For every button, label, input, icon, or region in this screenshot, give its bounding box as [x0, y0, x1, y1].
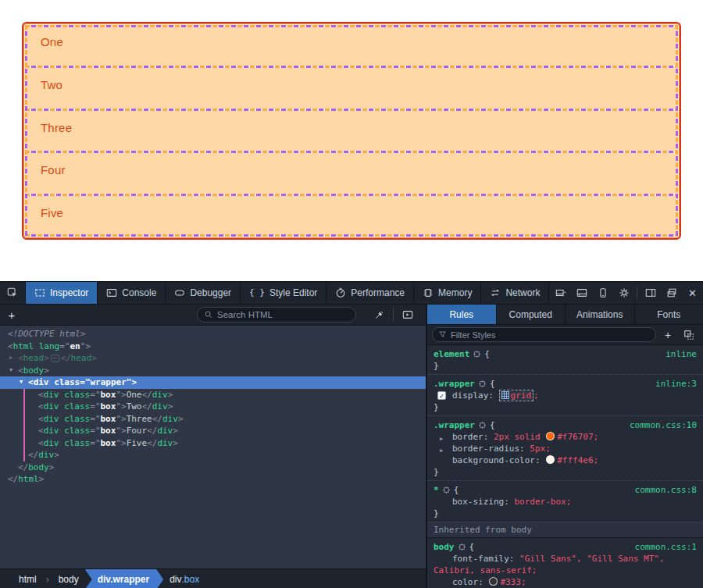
selector-target-icon[interactable]: [478, 421, 487, 429]
markup-line[interactable]: <div class="box">Four</div>: [0, 425, 426, 437]
box-element: One: [25, 25, 678, 66]
css-rule: body{common.css:1font-family: "Gill Sans…: [427, 538, 703, 588]
markup-line[interactable]: <div class="box">Two</div>: [0, 401, 426, 413]
markup-line[interactable]: <html lang="en">: [0, 340, 426, 353]
tab-performance[interactable]: Performance: [327, 282, 414, 304]
breadcrumb-item-body[interactable]: body: [51, 569, 87, 588]
rule-selector[interactable]: .wrapper: [434, 419, 475, 431]
sidebar-tab-rules[interactable]: Rules: [427, 305, 497, 324]
tab-network[interactable]: Network: [481, 282, 549, 304]
rule-source-link[interactable]: common.css:10: [630, 419, 697, 431]
expander-icon[interactable]: ▼: [9, 365, 12, 377]
eyedropper-button[interactable]: [367, 310, 391, 320]
markup-view[interactable]: <!DOCTYPE html><html lang="en">▶<head>⋯<…: [0, 326, 426, 568]
markup-line[interactable]: </div>: [0, 449, 426, 461]
eyedropper-icon: [374, 310, 384, 320]
tab-console[interactable]: Console: [98, 282, 166, 304]
add-node-button[interactable]: +: [0, 308, 23, 322]
filter-styles-input[interactable]: [451, 330, 650, 340]
rendered-page: OneTwoThreeFourFive: [0, 0, 703, 281]
responsive-design-mode-button[interactable]: [592, 282, 613, 304]
toolbar-separator: [393, 308, 394, 321]
dock-side-button[interactable]: [640, 282, 661, 304]
paint-flashing-button[interactable]: [396, 309, 419, 320]
css-declaration[interactable]: ✓display: grid;: [434, 390, 697, 401]
markup-line[interactable]: <div class="box">One</div>: [0, 389, 426, 401]
rule-source-link[interactable]: common.css:8: [635, 484, 697, 496]
expander-icon[interactable]: ▶: [9, 352, 12, 365]
grid-value-icon[interactable]: [501, 391, 509, 399]
css-declaration[interactable]: box-sizing: border-box;: [434, 496, 697, 508]
close-devtools-button[interactable]: ✕: [682, 282, 703, 304]
tab-inspector[interactable]: Inspector: [26, 282, 98, 304]
dock-options-button[interactable]: [550, 282, 571, 304]
tab-label: Style Editor: [269, 287, 317, 298]
rule-selector[interactable]: *: [434, 484, 439, 496]
settings-button[interactable]: [613, 282, 634, 304]
css-declaration[interactable]: ▶border-radius: 5px;: [434, 443, 697, 454]
markup-line[interactable]: <div class="box">Five</div>: [0, 437, 426, 450]
rule-source-link[interactable]: inline:3: [655, 378, 697, 390]
markup-line[interactable]: <div class="box">Three</div>: [0, 413, 426, 426]
breadcrumb-item-div-wrapper[interactable]: div.wrapper: [85, 569, 163, 588]
devtools-panel: InspectorConsoleDebugger{ }Style EditorP…: [0, 281, 703, 588]
declaration-checkbox[interactable]: ✓: [437, 391, 446, 400]
wrapper-element: OneTwoThreeFourFive: [22, 22, 681, 240]
rule-source-link[interactable]: common.css:1: [635, 541, 697, 553]
rule-selector[interactable]: .wrapper: [434, 378, 475, 390]
collapsed-ellipsis-icon[interactable]: ⋯: [51, 355, 59, 362]
sidebar-tab-fonts[interactable]: Fonts: [635, 305, 703, 324]
tab-style-editor[interactable]: { }Style Editor: [241, 282, 327, 304]
css-declaration[interactable]: ▶border: 2px solid #f76707;: [434, 431, 697, 443]
css-declaration[interactable]: color: #333;: [434, 576, 697, 588]
performance-icon: [335, 287, 346, 298]
breadcrumb-item-html[interactable]: html: [11, 569, 45, 588]
separate-window-button[interactable]: [661, 282, 682, 304]
color-swatch[interactable]: [546, 455, 555, 464]
css-rule: element{inline}: [427, 345, 703, 375]
markup-line[interactable]: <!DOCTYPE html>: [0, 328, 426, 340]
split-console-button[interactable]: [571, 282, 592, 304]
node-picker-button[interactable]: [0, 282, 26, 304]
tab-debugger[interactable]: Debugger: [166, 282, 241, 304]
tab-label: Console: [122, 287, 156, 298]
markup-line[interactable]: </html>: [0, 473, 426, 486]
rule-selector[interactable]: body: [434, 541, 455, 553]
rules-view[interactable]: element{inline}.wrapper{inline:3✓display…: [427, 345, 703, 588]
box-element: Two: [25, 68, 678, 109]
expander-icon[interactable]: ▼: [20, 376, 23, 389]
search-html-box[interactable]: [197, 307, 356, 323]
selector-target-icon[interactable]: [458, 543, 466, 551]
tab-memory[interactable]: Memory: [414, 282, 481, 304]
css-declaration[interactable]: background-color: #fff4e6;: [434, 454, 697, 466]
css-declaration[interactable]: font-family: "Gill Sans", "Gill Sans MT"…: [434, 553, 697, 576]
box-element: Five: [25, 196, 678, 237]
filter-styles-box[interactable]: [432, 327, 656, 342]
rule-selector[interactable]: element: [434, 348, 469, 360]
tab-label: Debugger: [190, 287, 231, 298]
sidebar-tab-animations[interactable]: Animations: [566, 305, 635, 324]
add-rule-button[interactable]: +: [659, 329, 676, 341]
markup-line[interactable]: </body>: [0, 461, 426, 474]
paint-flashing-icon: [402, 309, 413, 320]
markup-line[interactable]: ▼<div class="wrapper">: [0, 376, 426, 389]
rule-source-link[interactable]: inline: [666, 348, 697, 360]
color-swatch[interactable]: [489, 577, 498, 586]
toolbar-separator: [637, 287, 637, 299]
breadcrumb: html›bodydiv.wrapperdiv.box: [0, 568, 426, 588]
filter-row: +: [427, 325, 703, 345]
tab-label: Network: [505, 287, 540, 298]
search-input[interactable]: [217, 310, 349, 319]
inspector-right-pane: RulesComputedAnimationsFonts + element{i…: [427, 305, 703, 588]
selector-target-icon[interactable]: [473, 350, 481, 358]
selector-target-icon[interactable]: [442, 486, 451, 494]
markup-line[interactable]: ▼<body>: [0, 365, 426, 377]
class-panel-button[interactable]: [680, 330, 698, 340]
selector-target-icon[interactable]: [478, 380, 487, 388]
node-picker-icon: [7, 287, 18, 298]
box-label: Four: [41, 163, 66, 176]
markup-line[interactable]: ▶<head>⋯</head>: [0, 352, 426, 365]
breadcrumb-item-div-box[interactable]: div.box: [162, 569, 207, 588]
sidebar-tab-computed[interactable]: Computed: [497, 305, 566, 324]
color-swatch[interactable]: [546, 432, 555, 440]
